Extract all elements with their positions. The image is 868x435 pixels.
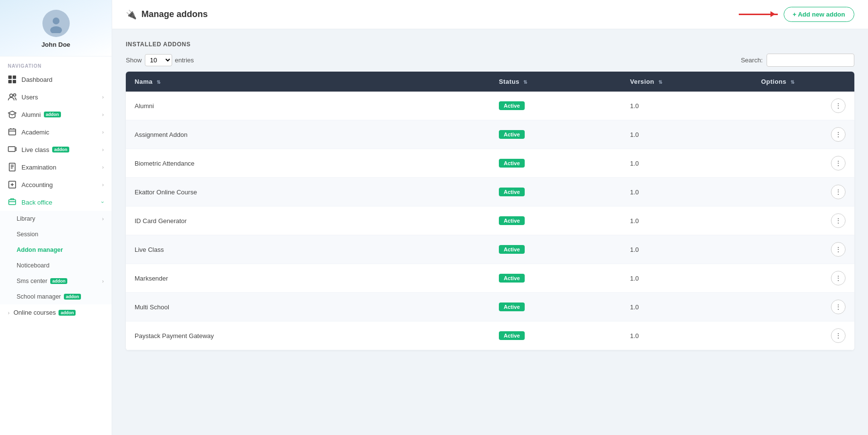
sort-icon-version[interactable]: ⇅ bbox=[658, 79, 662, 85]
cell-status: Active bbox=[490, 293, 621, 322]
sidebar-sub-school-manager[interactable]: School manager addon bbox=[0, 289, 112, 304]
search-input[interactable] bbox=[767, 54, 854, 67]
cell-options: ⋮ bbox=[752, 178, 854, 207]
sidebar-item-backoffice[interactable]: Back office › bbox=[0, 193, 112, 211]
sidebar-item-academic[interactable]: Academic › bbox=[0, 123, 112, 141]
section-title: INSTALLED ADDONS bbox=[126, 41, 854, 48]
svg-rect-11 bbox=[9, 163, 15, 171]
svg-point-8 bbox=[14, 94, 16, 96]
sort-icon-options[interactable]: ⇅ bbox=[790, 79, 794, 85]
options-button[interactable]: ⋮ bbox=[831, 127, 846, 142]
cell-nama: Paystack Payment Gateway bbox=[126, 322, 490, 350]
sidebar-label-alumni: Alumni bbox=[21, 111, 41, 118]
status-badge: Active bbox=[499, 130, 525, 139]
add-new-addon-button[interactable]: + Add new addon bbox=[784, 7, 855, 22]
chevron-icon: › bbox=[102, 94, 104, 100]
arrow-indicator: + Add new addon bbox=[739, 7, 855, 22]
liveclass-addon-badge: addon bbox=[52, 147, 69, 152]
cell-nama: Biometric Attendance bbox=[126, 149, 490, 178]
status-badge: Active bbox=[499, 188, 525, 196]
user-name: John Doe bbox=[41, 41, 70, 48]
sidebar-label-examination: Examination bbox=[21, 164, 57, 171]
sort-icon-nama[interactable]: ⇅ bbox=[157, 79, 160, 85]
options-button[interactable]: ⋮ bbox=[831, 242, 846, 257]
status-badge: Active bbox=[499, 101, 525, 110]
cell-status: Active bbox=[490, 92, 621, 120]
svg-rect-4 bbox=[13, 76, 16, 79]
schoolmanager-badge: addon bbox=[64, 294, 81, 300]
sidebar-sub-addon-manager[interactable]: Addon manager bbox=[0, 242, 112, 258]
options-button[interactable]: ⋮ bbox=[831, 156, 846, 170]
svg-rect-9 bbox=[9, 129, 16, 135]
cell-version: 1.0 bbox=[621, 322, 752, 350]
sidebar-label-accounting: Accounting bbox=[21, 181, 53, 189]
sidebar-item-liveclass[interactable]: Live class addon › bbox=[0, 141, 112, 158]
options-button[interactable]: ⋮ bbox=[831, 328, 846, 343]
onlinecourses-badge: addon bbox=[59, 310, 76, 316]
page-title-icon: 🔌 bbox=[126, 9, 137, 20]
red-arrow bbox=[739, 14, 778, 15]
cell-options: ⋮ bbox=[752, 322, 854, 350]
entries-select[interactable]: 10 25 50 100 bbox=[145, 54, 172, 66]
sort-icon-status[interactable]: ⇅ bbox=[523, 79, 527, 85]
table-row: Multi School Active 1.0 ⋮ bbox=[126, 293, 854, 322]
sidebar-item-accounting[interactable]: Accounting › bbox=[0, 176, 112, 193]
status-badge: Active bbox=[499, 216, 525, 225]
table-controls: Show 10 25 50 100 entries Search: bbox=[126, 54, 854, 67]
search-label: Search: bbox=[741, 57, 763, 64]
chevron-icon: › bbox=[102, 182, 104, 188]
options-button[interactable]: ⋮ bbox=[831, 213, 846, 228]
table-row: Biometric Attendance Active 1.0 ⋮ bbox=[126, 149, 854, 178]
table-row: Assignment Addon Active 1.0 ⋮ bbox=[126, 120, 854, 149]
users-icon bbox=[8, 93, 17, 101]
options-button[interactable]: ⋮ bbox=[831, 271, 846, 285]
page-title: Manage addons bbox=[141, 9, 208, 19]
sidebar-item-examination[interactable]: Examination › bbox=[0, 158, 112, 176]
table-body: Alumni Active 1.0 ⋮ Assignment Addon Act… bbox=[126, 92, 854, 350]
status-badge: Active bbox=[499, 303, 525, 311]
page-title-wrap: 🔌 Manage addons bbox=[126, 9, 208, 20]
sidebar-label-online-courses: Online courses bbox=[14, 309, 56, 316]
chevron-icon: › bbox=[102, 216, 104, 222]
show-entries: Show 10 25 50 100 entries bbox=[126, 54, 194, 66]
cell-status: Active bbox=[490, 149, 621, 178]
col-header-nama: Nama ⇅ bbox=[126, 72, 490, 92]
options-button[interactable]: ⋮ bbox=[831, 185, 846, 199]
sidebar-sub-label-addon-manager: Addon manager bbox=[17, 246, 63, 253]
user-profile: John Doe bbox=[0, 0, 112, 57]
cell-version: 1.0 bbox=[621, 92, 752, 120]
addons-table: Nama ⇅ Status ⇅ Version ⇅ Options ⇅ bbox=[126, 72, 854, 350]
cell-nama: Ekattor Online Course bbox=[126, 178, 490, 207]
sidebar-item-alumni[interactable]: Alumni addon › bbox=[0, 106, 112, 123]
academic-icon bbox=[8, 128, 17, 136]
table-row: Live Class Active 1.0 ⋮ bbox=[126, 235, 854, 264]
sidebar-label-backoffice: Back office bbox=[21, 199, 52, 206]
sidebar-item-online-courses[interactable]: › Online courses addon bbox=[0, 304, 112, 321]
cell-status: Active bbox=[490, 235, 621, 264]
table-row: Alumni Active 1.0 ⋮ bbox=[126, 92, 854, 120]
sidebar-item-dashboard[interactable]: Dashboard bbox=[0, 71, 112, 88]
sidebar-sub-sms-center[interactable]: Sms center addon › bbox=[0, 273, 112, 289]
avatar bbox=[42, 10, 70, 37]
cell-options: ⋮ bbox=[752, 293, 854, 322]
sidebar-sub-session[interactable]: Session bbox=[0, 227, 112, 242]
sidebar-sub-library[interactable]: Library › bbox=[0, 211, 112, 227]
options-button[interactable]: ⋮ bbox=[831, 98, 846, 113]
cell-nama: Marksender bbox=[126, 264, 490, 293]
main-area: 🔌 Manage addons + Add new addon INSTALLE… bbox=[112, 0, 868, 435]
sidebar-item-users[interactable]: Users › bbox=[0, 88, 112, 106]
main-content: INSTALLED ADDONS Show 10 25 50 100 entri… bbox=[112, 29, 868, 435]
cell-status: Active bbox=[490, 264, 621, 293]
options-button[interactable]: ⋮ bbox=[831, 300, 846, 314]
col-header-status: Status ⇅ bbox=[490, 72, 621, 92]
sidebar-sub-noticeboard[interactable]: Noticeboard bbox=[0, 258, 112, 273]
cell-status: Active bbox=[490, 322, 621, 350]
cell-version: 1.0 bbox=[621, 207, 752, 235]
table-row: ID Card Generator Active 1.0 ⋮ bbox=[126, 207, 854, 235]
table-row: Marksender Active 1.0 ⋮ bbox=[126, 264, 854, 293]
smscenter-badge: addon bbox=[50, 278, 67, 284]
cell-version: 1.0 bbox=[621, 149, 752, 178]
chevron-icon: › bbox=[102, 147, 104, 152]
svg-point-1 bbox=[53, 18, 59, 24]
svg-rect-6 bbox=[13, 80, 16, 83]
